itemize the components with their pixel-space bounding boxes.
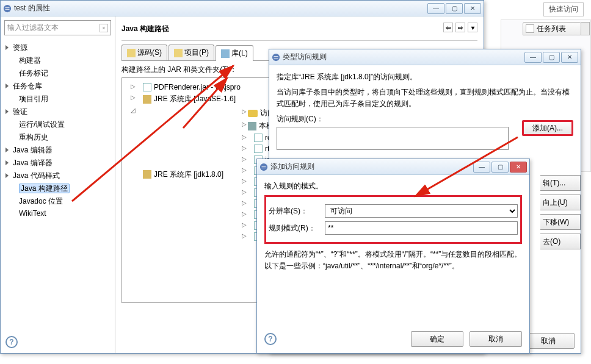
edit-button-partial[interactable]: 辑(T)...	[540, 175, 581, 191]
pattern-label: 规则模式(R)：	[269, 223, 321, 234]
category-tree[interactable]: 资源 构建器 任务标记 任务仓库 项目引用 验证 运行/调试设置 重构历史 Ja…	[1, 39, 115, 353]
minimize-button[interactable]: —	[427, 3, 444, 14]
tree-builders[interactable]: 构建器	[4, 54, 115, 67]
folder-icon	[174, 49, 183, 57]
rules-desc2: 当访问库子条目中的类型时，将自顶向下处理这些规则，直到规则模式匹配为止。当没有模…	[277, 87, 573, 110]
close-button[interactable]: ✕	[464, 3, 481, 14]
pattern-input[interactable]	[325, 221, 518, 235]
rules-desc1: 指定库“JRE 系统库 [jdk1.8.0]”的访问规则。	[277, 71, 573, 83]
close-button[interactable]: ✕	[510, 162, 527, 173]
task-list-label: 任务列表	[537, 24, 566, 34]
add-title: 添加访问规则	[270, 162, 473, 172]
tree-javacodestyle[interactable]: Java 代码样式	[4, 170, 115, 182]
maximize-button[interactable]: ▢	[491, 162, 509, 173]
up-button-partial[interactable]: 向上(U)	[540, 194, 581, 210]
tab-source[interactable]: 源码(S)	[121, 45, 167, 60]
library-icon	[221, 49, 230, 58]
hint2: 以下是一些示例：“java/util/**”、“**/internal/**”和…	[264, 260, 522, 272]
add-titlebar: 添加访问规则 — ▢ ✕	[257, 159, 529, 175]
tree-resources[interactable]: 资源	[4, 41, 115, 54]
svg-point-0	[4, 4, 11, 12]
svg-point-2	[260, 163, 267, 170]
library-icon	[143, 170, 151, 179]
tree-rundebug[interactable]: 运行/调试设置	[4, 118, 115, 131]
tab-libraries[interactable]: 库(L)	[216, 45, 253, 61]
down-button-partial[interactable]: 下移(W)	[540, 214, 581, 230]
tree-javaeditor[interactable]: Java 编辑器	[4, 144, 115, 157]
tree-refactor[interactable]: 重构历史	[4, 131, 115, 144]
add-header: 输入规则的模式。	[264, 181, 522, 191]
tree-javabuildpath[interactable]: Java 构建路径	[4, 182, 115, 195]
eclipse-icon	[3, 4, 12, 13]
cancel-button[interactable]: 取消	[470, 331, 522, 347]
add-rule-button[interactable]: 添加(A)...	[522, 120, 573, 136]
close-button[interactable]: ✕	[561, 52, 578, 63]
back-icon[interactable]: ⇦	[443, 23, 453, 32]
native-icon	[248, 122, 256, 130]
task-list-overflow[interactable]	[581, 22, 590, 35]
tree-validation[interactable]: 验证	[4, 105, 115, 118]
tree-projectrefs[interactable]: 项目引用	[4, 93, 115, 105]
minimize-button[interactable]: —	[524, 52, 542, 63]
tree-javacompiler[interactable]: Java 编译器	[4, 157, 115, 170]
help-icon[interactable]: ?	[264, 333, 277, 345]
help-icon[interactable]: ?	[5, 336, 18, 348]
add-rule-window: 添加访问规则 — ▢ ✕ 输入规则的模式。 分辨率(S)： 可访问 规则模式(R…	[256, 159, 530, 354]
rules-title: 类型访问规则	[283, 52, 524, 62]
rule-form-highlight: 分辨率(S)： 可访问 规则模式(R)：	[264, 195, 522, 244]
rules-titlebar: 类型访问规则 — ▢ ✕	[269, 49, 581, 65]
library-icon	[143, 95, 151, 104]
svg-point-1	[272, 53, 280, 60]
folder-icon	[127, 49, 136, 57]
task-list-tab[interactable]: 任务列表	[523, 22, 581, 35]
page-header: Java 构建路径	[121, 24, 169, 33]
remove-button-partial[interactable]: 去(O)	[540, 234, 581, 249]
maximize-button[interactable]: ▢	[446, 3, 463, 14]
ok-button[interactable]: 确定	[411, 331, 463, 347]
filter-placeholder: 输入过滤器文本	[7, 23, 59, 33]
minimize-button[interactable]: —	[473, 162, 490, 173]
key-icon	[248, 110, 258, 117]
task-list-icon	[526, 24, 534, 33]
clear-filter-icon[interactable]: ×	[100, 24, 108, 32]
properties-titlebar: test 的属性 — ▢ ✕	[1, 1, 484, 16]
tree-tasktags[interactable]: 任务标记	[4, 67, 115, 80]
eclipse-icon	[259, 163, 268, 171]
tree-wikitext[interactable]: WikiText	[4, 208, 115, 219]
maximize-button[interactable]: ▢	[543, 52, 560, 63]
resolution-label: 分辨率(S)：	[269, 206, 321, 216]
jar-icon	[143, 83, 151, 91]
jar-icon	[254, 145, 263, 153]
tree-taskrepo[interactable]: 任务仓库	[4, 80, 115, 93]
forward-icon[interactable]: ⇨	[455, 23, 465, 32]
jar-icon	[254, 134, 263, 142]
quick-access[interactable]: 快速访问	[543, 2, 584, 16]
filter-input[interactable]: 输入过滤器文本 ×	[4, 20, 111, 35]
rules-listbox[interactable]	[277, 127, 509, 150]
tree-javadocloc[interactable]: Javadoc 位置	[4, 195, 115, 208]
eclipse-icon	[272, 53, 280, 62]
tab-projects[interactable]: 项目(P)	[169, 45, 214, 60]
hint1: 允许的通配符为“*”、“?”和“**”。将模式段用“/”隔开。“**”与任意数目…	[264, 249, 522, 260]
resolution-select[interactable]: 可访问	[325, 204, 518, 218]
menu-icon[interactable]: ▾	[468, 23, 477, 32]
properties-title: test 的属性	[14, 3, 427, 13]
